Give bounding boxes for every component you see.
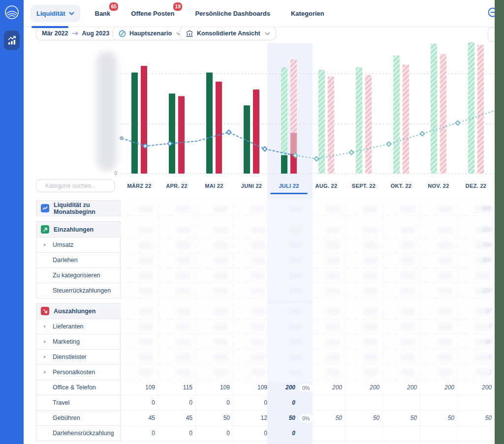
month-label-sept-22[interactable]: SEPT. 22 [345, 176, 382, 196]
cell-office-telefon-0: 109 [121, 384, 155, 391]
line-chart-icon [41, 204, 49, 212]
cell-darlehensrueckzahlung-4: 0 [270, 430, 295, 437]
month-label-okt-22[interactable]: OKT. 22 [382, 176, 420, 196]
line-marker [420, 131, 424, 136]
date-from: Mär 2022 [42, 30, 68, 37]
tab-label: Kategorien [291, 10, 324, 17]
row-label: Umsatz [36, 241, 73, 248]
bank-icon [186, 30, 193, 37]
month-label-apr-22[interactable]: APR. 22 [158, 176, 195, 196]
search-input[interactable] [44, 182, 123, 190]
cell-gebuehren-0: 45 [121, 414, 155, 421]
inflow-bar-maerz-22 [131, 72, 138, 174]
cell-office-telefon-5: 200 [308, 384, 342, 391]
month-label-maerz-22[interactable]: MÄRZ 22 [121, 176, 158, 196]
month-label-juli-22[interactable]: JULI 22 [270, 176, 308, 196]
cell-gebuehren-3: 12 [233, 414, 267, 421]
tab-label: Persönliche Dashboards [195, 10, 270, 17]
category-row-office-telefon[interactable]: Office & Telefon [36, 380, 121, 395]
section-auszahlungen[interactable]: Auszahlungen [36, 303, 121, 319]
cell-gebuehren-6: 50 [345, 414, 379, 421]
chevron-down-icon [69, 12, 74, 15]
tab-label: Liquidität [36, 10, 65, 17]
category-row-marketing[interactable]: Marketing [36, 334, 121, 350]
outflow-bar-dez-22 [477, 45, 484, 174]
date-range-dropdown[interactable]: Mär 2022 Aug 2023 [36, 27, 125, 40]
cell-darlehensrueckzahlung-2: 0 [195, 430, 230, 437]
line-marker [349, 150, 353, 154]
bar-chart-icon [6, 35, 17, 46]
outflow-bar-okt-22 [403, 64, 409, 174]
cell-office-telefon-9: 200 [457, 384, 492, 391]
row-label: Gebühren [36, 414, 80, 421]
category-row-zu-kategorisieren[interactable]: Zu kategorisieren [36, 267, 121, 283]
cell-office-telefon-6: 200 [345, 384, 379, 391]
liquidity-chart [0, 39, 495, 177]
month-label-aug-22[interactable]: AUG. 22 [308, 176, 345, 196]
section-liquiditaet-zu-monatsbeginn[interactable]: Liquidität zu Monatsbeginn [36, 200, 121, 216]
expander-icon[interactable] [44, 243, 46, 246]
cell-office-telefon-8: 200 [420, 384, 454, 391]
section-einzahlungen[interactable]: Einzahlungen [36, 221, 121, 237]
consolidated-view-dropdown[interactable]: Konsolidierte Ansicht [180, 27, 276, 40]
cell-office-telefon-1: 115 [158, 384, 192, 391]
expander-icon[interactable] [44, 371, 46, 374]
tab-persoenliche-dashboards[interactable]: Persönliche Dashboards [189, 5, 276, 22]
inflow-bar-apr-22 [169, 93, 175, 174]
expander-icon[interactable] [44, 325, 46, 328]
month-label-juni-22[interactable]: JUNI 22 [233, 176, 270, 196]
tab-liquiditaet[interactable]: Liquidität [31, 5, 80, 22]
cell-office-telefon-2: 109 [195, 384, 230, 391]
tab-offene-posten[interactable]: Offene Posten19 [125, 5, 180, 22]
tab-bank[interactable]: Bank65 [89, 5, 117, 22]
notification-badge: 65 [108, 1, 119, 12]
app-sidebar [0, 0, 24, 444]
top-navigation: LiquiditätBank65Offene Posten19Persönlic… [24, 0, 495, 27]
inflow-bar-sept-22 [356, 67, 362, 174]
sidebar-item-liquidity-dashboard[interactable] [4, 30, 20, 50]
cell-office-telefon-7: 200 [382, 384, 417, 391]
cell-gebuehren-4: 50 [270, 414, 295, 421]
category-row-lieferanten[interactable]: Lieferanten [36, 319, 121, 334]
row-label: Marketing [36, 338, 80, 345]
cell-darlehensrueckzahlung-0: 0 [121, 430, 155, 437]
category-row-steuerrueckzahlungen[interactable]: Steuerrückzahlungen [36, 283, 121, 298]
cell-gebuehren-8: 50 [420, 414, 454, 421]
category-row-darlehensrueckzahlung[interactable]: Darlehensrückzahlung [36, 425, 121, 441]
tab-kategorien[interactable]: Kategorien [285, 5, 330, 22]
category-row-travel[interactable]: Travel [36, 395, 121, 411]
month-label-dez-22[interactable]: DEZ. 22 [457, 176, 495, 196]
row-label: Steuerrückzahlungen [36, 287, 111, 294]
variance-badge: 0% [299, 384, 313, 392]
cell-travel-2: 0 [195, 399, 230, 406]
chevron-down-icon [265, 32, 270, 35]
cell-travel-0: 0 [121, 399, 155, 406]
outflow-bar-mai-22 [216, 82, 222, 174]
category-row-gebuehren[interactable]: Gebühren [36, 410, 121, 426]
category-search[interactable] [36, 179, 115, 192]
category-row-personalkosten[interactable]: Personalkosten [36, 364, 121, 380]
category-row-umsatz[interactable]: Umsatz [36, 237, 121, 253]
month-label-mai-22[interactable]: MAI 22 [195, 176, 233, 196]
inflow-actual-bar [281, 155, 287, 174]
outflow-bar-apr-22 [178, 96, 185, 174]
row-label: Zu kategorisieren [36, 272, 100, 279]
scenario-label: Hauptszenario [129, 30, 172, 37]
line-marker [226, 130, 231, 134]
notification-badge: 19 [172, 1, 183, 12]
row-label: Travel [36, 399, 69, 406]
privacy-blur-region [121, 303, 494, 382]
row-label: Einzahlungen [54, 226, 94, 233]
cell-darlehensrueckzahlung-3: 0 [233, 430, 267, 437]
outflow-bar-juni-22 [253, 89, 259, 174]
outflow-pending-bar [290, 133, 297, 154]
desktop-background-edge [495, 0, 504, 444]
inflow-bar-mai-22 [206, 72, 213, 174]
scenario-dropdown[interactable]: Hauptszenario [113, 27, 188, 40]
inflow-bar-dez-22 [468, 42, 474, 174]
category-row-dienstleister[interactable]: Dienstleister [36, 349, 121, 365]
category-row-darlehen[interactable]: Darlehen [36, 252, 121, 268]
month-label-nov-22[interactable]: NOV. 22 [420, 176, 457, 196]
expander-icon[interactable] [44, 355, 46, 358]
expander-icon[interactable] [44, 340, 46, 343]
